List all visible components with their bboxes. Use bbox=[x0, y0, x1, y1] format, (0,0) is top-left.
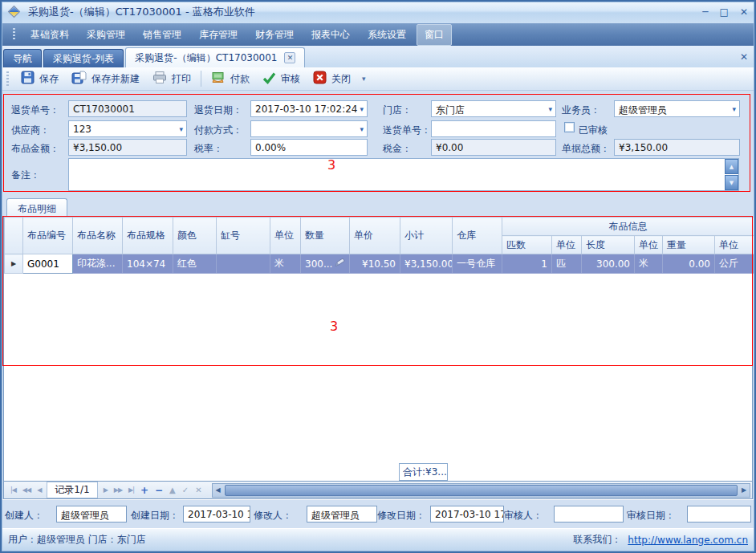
menu-item-sales[interactable]: 销售管理 bbox=[136, 25, 189, 45]
cell-item-no[interactable]: G0001 bbox=[23, 254, 73, 274]
toolbar-more-icon[interactable]: ▾ bbox=[357, 75, 371, 83]
website-link[interactable]: http://www.lange.com.cn bbox=[628, 535, 748, 546]
col-header-item-spec[interactable]: 布品规格 bbox=[123, 218, 173, 254]
save-button[interactable]: 保存 bbox=[14, 68, 65, 89]
post-edit-button[interactable]: ✓ bbox=[179, 486, 192, 494]
remark-scrollbar[interactable]: ▲ ▼ bbox=[725, 159, 738, 190]
menu-item-purchase[interactable]: 采购管理 bbox=[79, 25, 132, 45]
print-button[interactable]: 打印 bbox=[146, 68, 197, 89]
edit-row-button[interactable]: ▲ bbox=[166, 486, 179, 494]
cell-item-name[interactable]: 印花涤... bbox=[73, 254, 123, 274]
tax-field: ¥0.00 bbox=[431, 139, 556, 156]
tax-rate-input[interactable]: 0.00% bbox=[250, 139, 368, 156]
menu-item-reports[interactable]: 报表中心 bbox=[304, 25, 357, 45]
chevron-down-icon[interactable]: ▾ bbox=[360, 105, 364, 113]
scroll-up-icon[interactable]: ▲ bbox=[725, 159, 738, 174]
last-record-button[interactable]: ▶| bbox=[125, 486, 137, 494]
col-header-weight[interactable]: 重量 bbox=[663, 236, 715, 254]
first-record-button[interactable]: |◀ bbox=[7, 486, 19, 494]
maximize-button[interactable]: □ bbox=[720, 6, 729, 18]
chevron-down-icon[interactable]: ▾ bbox=[360, 125, 364, 133]
cell-length-unit[interactable]: 米 bbox=[635, 254, 663, 274]
chevron-down-icon[interactable]: ▾ bbox=[732, 105, 736, 113]
cell-item-spec[interactable]: 104×74 bbox=[123, 254, 173, 274]
cell-weight-unit[interactable]: 公斤 bbox=[715, 254, 754, 274]
next-record-button[interactable]: ▶ bbox=[100, 486, 111, 494]
menu-item-inventory[interactable]: 库存管理 bbox=[192, 25, 245, 45]
chevron-down-icon[interactable]: ▾ bbox=[179, 125, 183, 133]
return-date-combo[interactable]: 2017-03-10 17:02:24▾ bbox=[250, 100, 368, 117]
tab-return-list[interactable]: 采购退货-列表 bbox=[43, 49, 124, 67]
col-header-dyelot[interactable]: 缸号 bbox=[217, 218, 270, 254]
col-header-length-unit[interactable]: 单位 bbox=[635, 236, 663, 254]
col-header-price[interactable]: 单价 bbox=[350, 218, 400, 254]
cell-weight[interactable]: 0.00 bbox=[663, 254, 715, 274]
tab-detail[interactable]: 布品明细 bbox=[6, 198, 67, 216]
col-header-length[interactable]: 长度 bbox=[582, 236, 635, 254]
cell-price[interactable]: ¥10.50 bbox=[350, 254, 400, 274]
cell-pieces-unit[interactable]: 匹 bbox=[552, 254, 582, 274]
cell-warehouse[interactable]: 一号仓库 bbox=[453, 254, 502, 274]
delete-row-button[interactable]: − bbox=[152, 485, 166, 496]
return-date-label: 退货日期： bbox=[194, 104, 242, 117]
tab-navigation[interactable]: 导航 bbox=[3, 49, 42, 67]
cell-color[interactable]: 红色 bbox=[173, 254, 217, 274]
cell-qty[interactable]: 300... bbox=[301, 254, 350, 274]
audit-button[interactable]: 审核 bbox=[256, 69, 307, 89]
scroll-down-icon[interactable]: ▼ bbox=[725, 175, 738, 190]
salesman-combo[interactable]: 超级管理员▾ bbox=[614, 100, 740, 117]
save-button-label: 保存 bbox=[39, 72, 59, 86]
cell-dyelot[interactable] bbox=[217, 254, 270, 274]
delivery-no-input[interactable] bbox=[431, 120, 556, 137]
supplier-value: 123 bbox=[73, 124, 91, 135]
append-row-button[interactable]: + bbox=[137, 485, 152, 496]
audited-checkbox[interactable] bbox=[564, 122, 575, 132]
col-header-pieces[interactable]: 匹数 bbox=[502, 236, 552, 254]
col-header-item-no[interactable]: 布品编号 bbox=[23, 218, 73, 254]
table-row[interactable]: ▶ G0001 印花涤... 104×74 红色 米 300... ¥10.50… bbox=[5, 254, 754, 274]
prev-page-button[interactable]: ◀◀ bbox=[19, 486, 34, 494]
close-doc-button-label: 关闭 bbox=[331, 72, 351, 86]
cell-pieces[interactable]: 1 bbox=[502, 254, 552, 274]
save-and-new-button-label: 保存并新建 bbox=[91, 72, 140, 86]
col-header-warehouse[interactable]: 仓库 bbox=[453, 218, 502, 254]
col-header-qty[interactable]: 数量 bbox=[301, 218, 350, 254]
col-header-pieces-unit[interactable]: 单位 bbox=[552, 236, 582, 254]
tab-return-edit[interactable]: 采购退货-（编辑）CT17030001 ✕ bbox=[125, 47, 305, 67]
supplier-combo[interactable]: 123▾ bbox=[68, 120, 187, 137]
col-header-item-name[interactable]: 布品名称 bbox=[73, 218, 123, 254]
return-no-field[interactable]: CT17030001 bbox=[68, 100, 187, 117]
menu-item-settings[interactable]: 系统设置 bbox=[360, 25, 413, 45]
created-date-label: 创建日期： bbox=[131, 509, 179, 523]
col-header-subtotal[interactable]: 小计 bbox=[400, 218, 453, 254]
cell-length[interactable]: 300.00 bbox=[582, 254, 635, 274]
modified-date-label: 修改日期： bbox=[377, 509, 425, 523]
cell-unit[interactable]: 米 bbox=[270, 254, 301, 274]
prev-record-button[interactable]: ◀ bbox=[34, 486, 44, 494]
pay-button[interactable]: 付款 bbox=[205, 68, 256, 89]
scrollbar-thumb[interactable] bbox=[225, 485, 738, 496]
cancel-edit-button[interactable]: ✕ bbox=[192, 486, 205, 494]
scroll-right-icon[interactable]: ▶ bbox=[738, 486, 750, 494]
horizontal-scrollbar[interactable]: ◀ ▶ bbox=[212, 483, 750, 498]
scroll-left-icon[interactable]: ◀ bbox=[213, 486, 224, 494]
payment-combo[interactable]: ▾ bbox=[250, 120, 368, 137]
next-page-button[interactable]: ▶▶ bbox=[111, 486, 125, 494]
menu-item-window[interactable]: 窗口 bbox=[417, 24, 452, 46]
menu-item-finance[interactable]: 财务管理 bbox=[248, 25, 301, 45]
col-header-color[interactable]: 颜色 bbox=[173, 218, 217, 254]
col-header-unit[interactable]: 单位 bbox=[270, 218, 301, 254]
save-and-new-button[interactable]: 保存并新建 bbox=[65, 68, 146, 89]
minimize-button[interactable]: ─ bbox=[702, 6, 708, 18]
col-header-weight-unit[interactable]: 单位 bbox=[715, 236, 754, 254]
remark-textarea[interactable]: ▲ ▼ bbox=[68, 158, 739, 191]
close-doc-button[interactable]: 关闭 bbox=[307, 68, 357, 89]
close-button[interactable]: ✕ bbox=[740, 6, 748, 18]
chevron-down-icon[interactable]: ▾ bbox=[548, 105, 552, 113]
store-combo[interactable]: 东门店▾ bbox=[431, 100, 556, 117]
doc-total-value: ¥3,150.00 bbox=[619, 142, 668, 153]
tab-close-icon[interactable]: ✕ bbox=[284, 52, 295, 63]
cell-subtotal[interactable]: ¥3,150.00 bbox=[400, 254, 453, 274]
tabbar-close-icon[interactable]: ✕ bbox=[740, 51, 748, 63]
menu-item-base-data[interactable]: 基础资料 bbox=[23, 25, 76, 45]
